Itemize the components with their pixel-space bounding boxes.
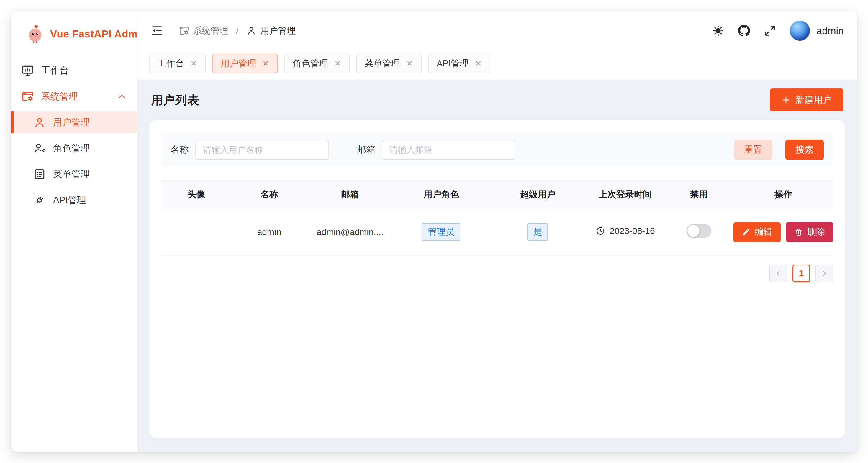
breadcrumb-system[interactable]: 系统管理 <box>179 25 228 37</box>
chevron-up-icon <box>117 92 127 101</box>
close-icon[interactable] <box>262 60 270 67</box>
tab-bar: 工作台 用户管理 角色管理 菜单管理 <box>137 50 857 79</box>
top-bar: 系统管理 / 用户管理 <box>137 11 857 50</box>
app-window: Vue FastAPI Admin 工作台 <box>11 11 857 452</box>
app-title: Vue FastAPI Admin <box>50 28 147 40</box>
trash-icon <box>794 228 803 236</box>
close-icon[interactable] <box>406 60 414 67</box>
pencil-icon <box>742 228 751 236</box>
tab-user-management[interactable]: 用户管理 <box>212 54 278 73</box>
sidebar-item-system[interactable]: 系统管理 <box>11 86 137 107</box>
sidebar-item-label: 菜单管理 <box>53 168 90 180</box>
user-list-card: 名称 邮箱 重置 搜索 头像 名称 <box>149 120 845 438</box>
sidebar-item-label: 系统管理 <box>41 90 78 103</box>
disabled-toggle[interactable] <box>687 224 711 238</box>
topbar-actions: admin <box>712 21 844 41</box>
user-menu[interactable]: admin <box>790 21 844 41</box>
email-filter-input[interactable] <box>382 140 515 160</box>
breadcrumb: 系统管理 / 用户管理 <box>179 25 296 37</box>
github-icon[interactable] <box>738 25 750 37</box>
close-icon[interactable] <box>334 60 342 67</box>
content-area: 用户列表 新建用户 名称 邮箱 <box>137 79 857 452</box>
cell-role: 管理员 <box>393 208 490 256</box>
edit-label: 编辑 <box>755 226 772 238</box>
breadcrumb-label: 用户管理 <box>260 25 296 37</box>
create-user-button[interactable]: 新建用户 <box>770 89 843 111</box>
monitor-icon <box>21 64 34 77</box>
sidebar-item-label: 角色管理 <box>53 142 90 155</box>
header-avatar: 头像 <box>161 181 231 208</box>
chevron-left-icon <box>774 269 782 277</box>
breadcrumb-users[interactable]: 用户管理 <box>246 25 296 37</box>
cell-avatar <box>161 208 231 256</box>
table-header: 头像 名称 邮箱 用户角色 超级用户 上次登录时间 禁用 操作 <box>161 181 833 208</box>
header-superuser: 超级用户 <box>490 181 586 208</box>
close-icon[interactable] <box>190 60 198 67</box>
header-disabled: 禁用 <box>664 181 734 208</box>
edit-button[interactable]: 编辑 <box>734 222 781 242</box>
name-filter-input[interactable] <box>195 140 329 160</box>
window-gear-icon <box>21 90 34 103</box>
person-arrow-icon <box>33 142 46 155</box>
sidebar-item-role-management[interactable]: 角色管理 <box>11 137 137 159</box>
username: admin <box>816 25 844 37</box>
page-header: 用户列表 新建用户 <box>149 89 845 111</box>
sidebar: Vue FastAPI Admin 工作台 <box>11 11 137 452</box>
prev-page-button[interactable] <box>770 265 787 282</box>
tab-workbench[interactable]: 工作台 <box>149 54 206 73</box>
header-email: 邮箱 <box>307 181 393 208</box>
table-row: admin admin@admin.... 管理员 是 <box>161 208 833 256</box>
toggle-knob <box>687 225 699 237</box>
tab-label: 用户管理 <box>221 58 256 70</box>
pagination: 1 <box>161 265 833 282</box>
tab-label: API管理 <box>437 58 468 70</box>
breadcrumb-label: 系统管理 <box>193 25 228 37</box>
plus-icon <box>781 95 791 105</box>
email-filter-label: 邮箱 <box>357 144 375 156</box>
cell-last-login: 2023-08-16 <box>586 208 664 256</box>
superuser-tag: 是 <box>527 223 548 241</box>
main-area: 系统管理 / 用户管理 <box>137 11 857 452</box>
search-button[interactable]: 搜索 <box>785 140 824 160</box>
name-filter-label: 名称 <box>170 144 189 156</box>
delete-button[interactable]: 删除 <box>786 222 833 242</box>
role-tag: 管理员 <box>422 223 460 241</box>
sidebar-item-menu-management[interactable]: 菜单管理 <box>11 163 137 185</box>
tab-label: 角色管理 <box>293 58 328 70</box>
filter-bar: 名称 邮箱 重置 搜索 <box>161 133 833 167</box>
sidebar-item-user-management[interactable]: 用户管理 <box>11 111 137 133</box>
page-title: 用户列表 <box>151 92 199 108</box>
cell-email: admin@admin.... <box>307 208 393 256</box>
next-page-button[interactable] <box>815 265 833 282</box>
logo: Vue FastAPI Admin <box>11 11 137 54</box>
header-last-login: 上次登录时间 <box>586 181 664 208</box>
list-box-icon <box>33 168 46 181</box>
person-icon <box>33 116 46 129</box>
sidebar-item-api-management[interactable]: API管理 <box>11 189 137 211</box>
header-actions: 操作 <box>734 181 833 208</box>
tab-role-management[interactable]: 角色管理 <box>284 54 350 73</box>
sidebar-item-workbench[interactable]: 工作台 <box>11 60 137 81</box>
breadcrumb-separator: / <box>236 26 238 36</box>
theme-sun-icon[interactable] <box>712 25 724 37</box>
email-filter-group: 邮箱 <box>357 140 515 160</box>
tab-label: 菜单管理 <box>365 58 400 70</box>
chick-logo-icon <box>25 24 45 44</box>
cell-name: admin <box>231 208 307 256</box>
name-filter-group: 名称 <box>170 140 329 160</box>
plug-icon <box>33 194 46 207</box>
cell-actions: 编辑 <box>734 208 833 256</box>
tab-label: 工作台 <box>158 58 184 70</box>
header-name: 名称 <box>231 181 307 208</box>
collapse-sidebar-icon[interactable] <box>151 24 163 37</box>
tab-api-management[interactable]: API管理 <box>428 54 490 73</box>
sidebar-item-label: 用户管理 <box>53 116 90 129</box>
reset-button[interactable]: 重置 <box>734 140 772 160</box>
tab-menu-management[interactable]: 菜单管理 <box>356 54 422 73</box>
create-user-label: 新建用户 <box>796 94 832 106</box>
fullscreen-icon[interactable] <box>764 25 776 37</box>
page-number-1[interactable]: 1 <box>793 265 810 282</box>
user-table: 头像 名称 邮箱 用户角色 超级用户 上次登录时间 禁用 操作 <box>161 180 833 256</box>
close-icon[interactable] <box>474 60 482 67</box>
sidebar-item-label: 工作台 <box>41 64 69 77</box>
